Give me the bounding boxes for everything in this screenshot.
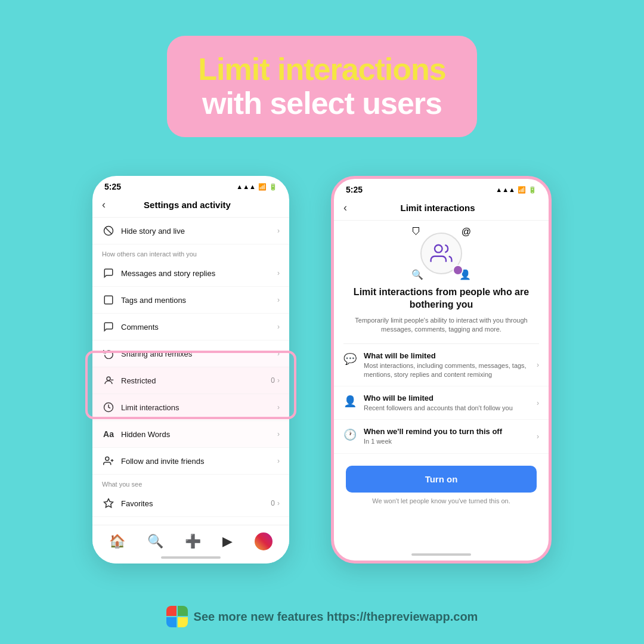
svg-rect-2 (104, 296, 113, 304)
home-indicator-left (161, 556, 221, 559)
chevron-icon: › (537, 361, 539, 369)
hero-main-circle (420, 233, 462, 274)
right-nav-title: Limit interactions (353, 203, 522, 213)
right-back-button[interactable]: ‹ (343, 202, 347, 214)
search-nav-icon[interactable]: 🔍 (147, 534, 163, 549)
left-status-icons: ▲▲▲ 📶 🔋 (236, 183, 277, 191)
svg-marker-9 (104, 499, 113, 507)
left-nav-title: Settings and activity (112, 200, 263, 210)
restricted-icon (102, 374, 115, 387)
what-limited-title: What will be limited (364, 351, 537, 360)
menu-item-restricted[interactable]: Restricted 0 › (92, 367, 289, 394)
menu-item-messages[interactable]: Messages and story replies › (92, 260, 289, 287)
hero-title: Limit interactions from people who are b… (334, 286, 549, 316)
what-limited-desc: Most interactions, including comments, m… (364, 361, 537, 379)
footer-text: See more new features https://thepreview… (194, 610, 478, 624)
restricted-badge: 0 (271, 376, 275, 385)
badge-dot (453, 265, 463, 275)
menu-item-hidden-words[interactable]: Aa Hidden Words › (92, 421, 289, 448)
info-item-who-limited[interactable]: 👤 Who will be limited Recent followers a… (334, 386, 549, 420)
logo-q4 (178, 617, 188, 627)
wifi-icon: 📶 (258, 183, 267, 191)
chevron-icon: › (277, 269, 280, 277)
sharing-label: Sharing and remixes (121, 349, 277, 358)
info-item-when-remind[interactable]: 🕐 When we'll remind you to turn this off… (334, 420, 549, 453)
who-limited-title: Who will be limited (364, 394, 537, 402)
info-item-what-limited[interactable]: 💬 What will be limited Most interactions… (334, 344, 549, 386)
wifi-icon: 📶 (518, 186, 526, 194)
right-status-bar: 5:25 ▲▲▲ 📶 🔋 (334, 179, 549, 198)
menu-item-comments[interactable]: Comments › (92, 314, 289, 340)
reels-nav-icon[interactable]: ▶ (222, 534, 233, 549)
profile-nav-icon[interactable] (255, 532, 273, 550)
chevron-icon: › (537, 432, 539, 441)
favorites-icon (102, 497, 115, 510)
when-remind-content: When we'll remind you to turn this off I… (364, 427, 537, 445)
header-line2: with select users (197, 86, 447, 120)
who-limited-content: Who will be limited Recent followers and… (364, 394, 537, 412)
svg-point-15 (435, 245, 442, 253)
right-status-time: 5:25 (346, 185, 363, 194)
turn-on-note: We won't let people know you've turned t… (334, 497, 549, 504)
tags-icon (102, 293, 115, 306)
logo-q1 (166, 606, 177, 616)
menu-item-follow-friends[interactable]: Follow and invite friends › (92, 448, 289, 475)
hidden-words-label: Hidden Words (121, 430, 277, 439)
svg-point-6 (106, 457, 109, 460)
chevron-icon: › (277, 227, 280, 235)
phone-right: 5:25 ▲▲▲ 📶 🔋 ‹ Limit interactions ⛉ @ 🔍 … (331, 176, 552, 564)
chevron-icon: › (277, 349, 280, 358)
chevron-icon: › (277, 430, 280, 438)
header-line1: Limit interactions (197, 52, 447, 86)
at-icon: @ (462, 227, 471, 237)
when-remind-title: When we'll remind you to turn this off (364, 427, 537, 436)
what-limited-content: What will be limited Most interactions, … (364, 351, 537, 379)
who-limited-desc: Recent followers and accounts that don't… (364, 404, 537, 412)
hidden-words-icon: Aa (102, 428, 115, 441)
person-icon: 👤 (343, 395, 357, 408)
menu-item-favorites[interactable]: Favorites 0 › (92, 490, 289, 517)
chevron-icon: › (277, 499, 280, 507)
turn-on-button[interactable]: Turn on (346, 466, 537, 493)
right-nav-bar: ‹ Limit interactions (334, 198, 549, 221)
clock-icon: 🕐 (343, 428, 357, 441)
phone-left: 5:25 ▲▲▲ 📶 🔋 ‹ Settings and activity Hid… (92, 176, 289, 564)
menu-item-sharing[interactable]: Sharing and remixes › (92, 340, 289, 367)
hero-subtitle: Temporarily limit people's ability to in… (334, 316, 549, 344)
logo-q2 (178, 606, 188, 616)
hero-icon-area: ⛉ @ 🔍 👤 (334, 221, 549, 286)
home-nav-icon[interactable]: 🏠 (109, 534, 125, 549)
chevron-icon: › (277, 403, 280, 411)
add-nav-icon[interactable]: ➕ (185, 534, 201, 549)
menu-item-limit-interactions[interactable]: Limit interactions › (92, 394, 289, 421)
comment-icon: 💬 (343, 352, 357, 366)
back-button[interactable]: ‹ (102, 199, 106, 211)
battery-icon: 🔋 (528, 186, 537, 194)
menu-item-tags[interactable]: Tags and mentions › (92, 287, 289, 314)
tags-label: Tags and mentions (121, 296, 277, 305)
follow-label: Follow and invite friends (121, 457, 277, 466)
header-box: Limit interactions with select users (167, 36, 477, 137)
limit-interactions-label: Limit interactions (121, 403, 277, 412)
chevron-icon: › (277, 296, 280, 304)
home-indicator-right (411, 553, 471, 556)
section-what-you-see: What you see (92, 475, 289, 490)
favorites-badge: 0 (271, 499, 275, 507)
filter-icon: ⛉ (411, 227, 421, 237)
footer: See more new features https://thepreview… (0, 606, 644, 627)
signal-icon: ▲▲▲ (496, 186, 515, 193)
signal-icon: ▲▲▲ (236, 183, 256, 190)
right-status-icons: ▲▲▲ 📶 🔋 (496, 186, 537, 194)
svg-line-1 (106, 228, 112, 234)
logo-q3 (166, 617, 177, 627)
left-nav-bar: ‹ Settings and activity (92, 195, 289, 218)
left-status-time: 5:25 (104, 182, 121, 191)
preview-logo (166, 606, 188, 627)
left-status-bar: 5:25 ▲▲▲ 📶 🔋 (92, 176, 289, 195)
menu-item-hide-story[interactable]: Hide story and live › (92, 218, 289, 244)
when-remind-desc: In 1 week (364, 437, 537, 445)
hide-story-label: Hide story and live (121, 227, 277, 236)
messages-label: Messages and story replies (121, 269, 277, 278)
comments-icon (102, 320, 115, 333)
comments-label: Comments (121, 323, 277, 332)
